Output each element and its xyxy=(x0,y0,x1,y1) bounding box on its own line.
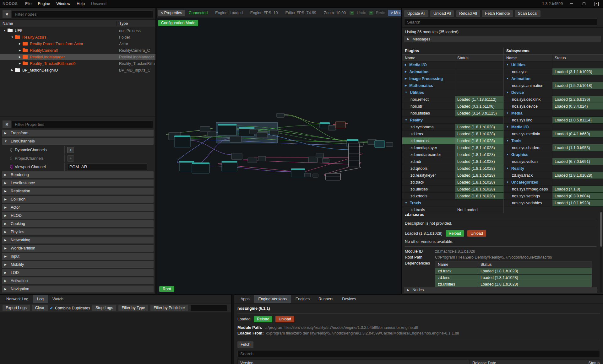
table-row[interactable]: nos.strLoaded (0.3.1.b1106) xyxy=(402,103,503,110)
table-row[interactable]: ▶Animation xyxy=(402,68,503,75)
filter-properties-input[interactable] xyxy=(12,120,153,128)
property-section-transform[interactable]: ▶Transform xyxy=(2,130,154,136)
table-row[interactable]: nos.sys.linoLoaded (1.0.5.b1114) xyxy=(504,117,603,124)
table-row[interactable]: nos.sys.mediaioLoaded (0.4.1.b669) xyxy=(504,131,603,137)
graph-node[interactable] xyxy=(304,173,311,177)
clear-logs-button[interactable]: Clear xyxy=(32,305,48,311)
table-row[interactable]: nos.sys.deviceLoaded (0.3.4.b24) xyxy=(504,103,603,110)
expand-arrow-icon[interactable]: ▶ xyxy=(18,42,22,45)
graph-node[interactable] xyxy=(328,126,336,130)
expand-arrow-icon[interactable]: ▶ xyxy=(18,56,22,58)
tab-engines[interactable]: Engines xyxy=(291,295,314,303)
graph-node[interactable] xyxy=(174,136,190,147)
table-row[interactable]: zd.mediarecorderLoaded (1.8.1.b1028) xyxy=(402,151,503,158)
graph-wire[interactable] xyxy=(284,115,320,123)
table-row[interactable]: ▼Traxis xyxy=(402,200,503,206)
table-row[interactable]: zd.realitykeyerLoaded (1.8.1.b1028) xyxy=(402,172,503,179)
property-section-replication[interactable]: ▶Replication xyxy=(2,188,154,195)
add-item-button[interactable]: + xyxy=(67,147,74,153)
table-row[interactable]: zd.ndiLoaded (1.8.1.b1028) xyxy=(402,158,503,165)
graph-node[interactable] xyxy=(218,124,236,136)
graph-node[interactable] xyxy=(230,136,242,142)
table-row[interactable]: nos.reflectLoaded (1.7.13.b1112) xyxy=(402,96,503,103)
detail-scrollbar[interactable] xyxy=(600,211,602,292)
tree-row[interactable]: ▼UE5nos.Process xyxy=(0,27,155,34)
tab-apps[interactable]: Apps xyxy=(236,295,254,303)
node-graph-canvas[interactable] xyxy=(157,18,402,294)
table-row[interactable]: nos.sys.settingsLoaded (0.3.0.b804) xyxy=(504,193,603,200)
graph-node[interactable] xyxy=(316,153,323,158)
table-row[interactable]: zd.sys.trackLoaded (1.8.1.b1028) xyxy=(504,172,603,179)
tree-row[interactable]: ▶BP_MotionDesignIOBP_MD_Inputs_C xyxy=(0,67,155,73)
table-row[interactable]: ▼Media I/O xyxy=(504,124,603,131)
table-row[interactable]: nos.sys.ffmpeg.depsLoaded (7.1.0) xyxy=(504,186,603,193)
property-section-collision[interactable]: ▶Collision xyxy=(2,196,154,203)
stop-logs-button[interactable]: Stop Logs xyxy=(92,305,116,311)
modules-toggle-button[interactable]: > Modules xyxy=(388,10,401,16)
menu-engine[interactable]: Engine xyxy=(35,1,53,7)
expand-arrow-icon[interactable]: ▼ xyxy=(3,29,7,32)
table-row[interactable]: ▶Media I/O xyxy=(402,62,503,68)
property-section-mobility[interactable]: ▶Mobility xyxy=(2,261,154,268)
tab-runners[interactable]: Runners xyxy=(314,295,338,303)
scan-local-button[interactable]: Scan Local xyxy=(515,10,541,17)
log-filter-input[interactable] xyxy=(190,305,227,311)
graph-node[interactable] xyxy=(375,141,385,147)
filter-by-publisher-button[interactable]: Filter by Publisher xyxy=(150,305,188,311)
table-row[interactable]: nos.sys.shadercLoaded (1.1.0.b953) xyxy=(504,144,603,151)
combine-duplicates-checkbox[interactable]: ✔ Combine Duplicates xyxy=(50,306,90,310)
property-section-activation[interactable]: ▶Activation xyxy=(2,277,154,284)
property-section-rendering[interactable]: ▶Rendering xyxy=(2,171,154,178)
properties-toggle-button[interactable]: < Properties xyxy=(158,10,185,16)
property-value-input[interactable] xyxy=(67,163,147,170)
messages-section-header[interactable]: ▶ Messages xyxy=(404,36,601,42)
table-row[interactable]: ▼Graphics xyxy=(504,151,603,158)
tree-row[interactable]: ▼Reality ActorsFolder xyxy=(0,34,155,40)
graph-wire[interactable] xyxy=(254,158,354,158)
graph-node[interactable] xyxy=(313,174,318,177)
menu-file[interactable]: File xyxy=(22,1,35,7)
zoom-dropdown-icon[interactable]: ▼ xyxy=(350,11,354,15)
engine-search-input[interactable] xyxy=(237,350,600,357)
property-section-navigation[interactable]: ▶Navigation xyxy=(2,286,154,292)
graph-node[interactable] xyxy=(248,158,257,163)
tab-watch[interactable]: Watch xyxy=(48,295,68,303)
graph-node[interactable] xyxy=(386,142,393,147)
tab-engine-versions[interactable]: Engine Versions xyxy=(254,295,291,303)
table-row[interactable]: nos.syncLoaded (3.1.1.b1023) xyxy=(504,68,603,75)
table-row[interactable]: ▼Media xyxy=(504,110,603,117)
table-row[interactable]: zd.xrtoolsLoaded (1.8.1.b1028) xyxy=(402,193,503,200)
property-section-hlod[interactable]: ▶HLOD xyxy=(2,212,154,219)
table-row[interactable]: nos.sys.vulkanLoaded (6.7.0.b691) xyxy=(504,158,603,165)
graph-node[interactable] xyxy=(192,163,209,173)
engine-reload-button[interactable]: Reload xyxy=(254,316,273,322)
table-row[interactable]: ▶Image Processing xyxy=(402,75,503,82)
graph-node[interactable] xyxy=(270,130,278,135)
table-row[interactable]: zd.trackLoaded (1.8.1.b1028) xyxy=(402,179,503,186)
tree-row[interactable]: ▶RealityLinoManagerRealityLinoManager xyxy=(0,54,155,60)
graph-node[interactable] xyxy=(322,158,329,163)
minimize-button[interactable] xyxy=(567,1,575,7)
table-row[interactable]: ▼Tools xyxy=(504,137,603,144)
clear-filter-button[interactable]: ✕ xyxy=(3,10,11,18)
table-row[interactable]: nos.utilitiesLoaded (3.14.3.b1125) xyxy=(402,110,503,117)
tab-devices[interactable]: Devices xyxy=(338,295,360,303)
fetch-remote-button[interactable]: Fetch Remote xyxy=(482,10,513,17)
table-row[interactable]: nos.sys.decklinkLoaded (2.2.6.b136) xyxy=(504,96,603,103)
expand-arrow-icon[interactable]: ▼ xyxy=(10,36,14,39)
unload-all-button[interactable]: Unload All xyxy=(430,10,454,17)
export-logs-button[interactable]: Export Logs xyxy=(3,305,30,311)
unload-module-button[interactable]: Unload xyxy=(467,230,486,237)
modules-search-input[interactable] xyxy=(404,19,597,25)
redo-button[interactable]: Redo xyxy=(375,11,386,15)
graph-node[interactable] xyxy=(335,122,345,128)
graph-node[interactable] xyxy=(277,113,284,117)
tree-row[interactable]: ▶Reality Parent Transform ActorActor xyxy=(0,40,155,47)
table-row[interactable]: zd.lensLoaded (1.8.1.b1028) xyxy=(402,131,503,137)
table-row[interactable]: ▼Animation xyxy=(504,75,603,82)
expand-arrow-icon[interactable]: ▶ xyxy=(10,69,14,72)
tree-row[interactable]: ▶Reality_TrackedBillboard0Reality_Tracke… xyxy=(0,60,155,67)
graph-node[interactable] xyxy=(231,153,242,159)
graph-node[interactable] xyxy=(208,132,216,136)
menu-help[interactable]: Help xyxy=(73,1,88,7)
